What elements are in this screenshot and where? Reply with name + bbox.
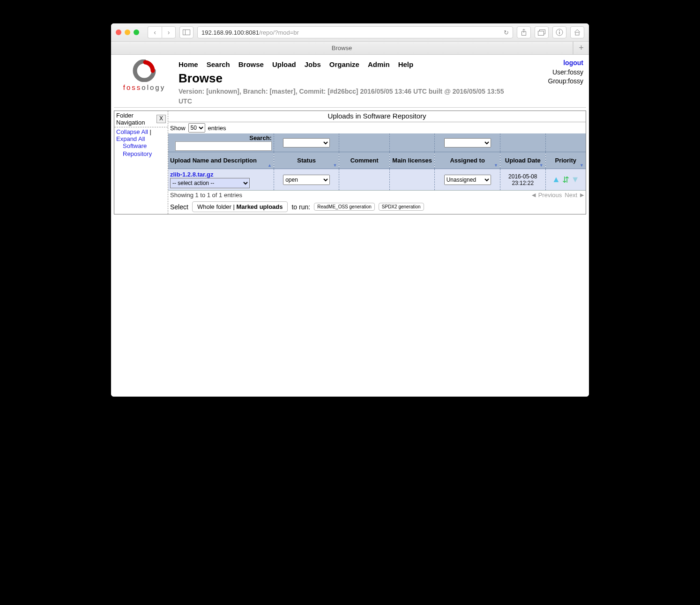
nav-search[interactable]: Search xyxy=(207,60,230,68)
tree-root-item[interactable]: Software Repository xyxy=(116,142,166,158)
priority-mid-icon[interactable]: ⇵ xyxy=(562,175,569,185)
nav-buttons: ‹ › xyxy=(148,26,176,38)
tab-title: Browse xyxy=(332,44,352,52)
url-path: /repo/?mod=br xyxy=(259,29,299,36)
svg-rect-9 xyxy=(575,32,579,35)
logo-text: fossology xyxy=(116,83,173,91)
search-input[interactable] xyxy=(175,141,272,151)
priority-controls: ▲ ⇵ ▼ xyxy=(552,175,580,185)
divider xyxy=(114,107,586,108)
user-box: logout User:fossy Group:fossy xyxy=(545,57,586,88)
table-row: zlib-1.2.8.tar.gz -- select action -- op… xyxy=(168,169,586,191)
new-tab-button[interactable]: + xyxy=(573,42,589,54)
nav-upload[interactable]: Upload xyxy=(272,60,296,68)
next-arrow-icon[interactable]: ▶ xyxy=(580,192,584,198)
priority-down-icon[interactable]: ▼ xyxy=(571,175,580,185)
datatable-info: Showing 1 to 1 of 1 entries xyxy=(170,192,242,199)
entries-label: entries xyxy=(208,125,226,132)
minimize-window-button[interactable] xyxy=(125,30,130,35)
tabs-icon xyxy=(538,30,545,36)
select-label: Select xyxy=(170,203,188,211)
sidebar-toggle-button[interactable] xyxy=(179,26,194,38)
nav-help[interactable]: Help xyxy=(398,60,414,68)
nav-organize[interactable]: Organize xyxy=(329,60,359,68)
search-label: Search: xyxy=(249,134,272,141)
prev-arrow-icon[interactable]: ◀ xyxy=(532,192,536,198)
svg-rect-0 xyxy=(183,30,190,35)
page-length-select[interactable]: 50 xyxy=(188,123,205,133)
col-priority[interactable]: Priority▼ xyxy=(545,152,586,169)
page-title: Browse xyxy=(179,71,545,86)
expand-all-link[interactable]: Expand All xyxy=(116,135,145,142)
run-bar: Select Whole folder | Marked uploads to … xyxy=(168,199,586,214)
close-window-button[interactable] xyxy=(116,30,121,35)
datatable-footer: Showing 1 to 1 of 1 entries ◀ Previous N… xyxy=(168,191,586,199)
header-row: Upload Name and Description▲ Status▼ Com… xyxy=(168,152,586,169)
next-link[interactable]: Next xyxy=(565,192,577,199)
nav-home[interactable]: Home xyxy=(179,60,198,68)
row-action-select[interactable]: -- select action -- xyxy=(170,178,250,188)
svg-point-7 xyxy=(559,30,560,31)
row-assigned-select[interactable]: Unassigned xyxy=(444,175,491,185)
select-scope-button[interactable]: Whole folder | Marked uploads xyxy=(192,201,288,212)
forward-button[interactable]: › xyxy=(162,26,176,38)
page-header: fossology Home Search Browse Upload Jobs… xyxy=(114,57,586,106)
logo: fossology xyxy=(114,57,175,94)
assigned-filter-select[interactable] xyxy=(444,138,491,148)
address-bar[interactable]: 192.168.99.100:8081/repo/?mod=br ↻ xyxy=(197,26,513,38)
collapse-all-link[interactable]: Collapse All xyxy=(116,128,148,135)
logo-mark xyxy=(132,59,156,82)
version-string: Version: [unknown], Branch: [master], Co… xyxy=(179,87,506,106)
show-label: Show xyxy=(170,125,186,132)
row-comment xyxy=(339,169,389,191)
info-button[interactable] xyxy=(552,26,566,38)
browser-tab[interactable]: Browse xyxy=(111,42,573,54)
status-filter-select[interactable] xyxy=(283,138,330,148)
url-host: 192.168.99.100:8081 xyxy=(201,29,259,36)
group-label: Group:fossy xyxy=(548,77,583,86)
svg-rect-5 xyxy=(538,31,544,35)
tabs-button[interactable] xyxy=(535,26,549,38)
nav-admin[interactable]: Admin xyxy=(368,60,390,68)
share-button[interactable] xyxy=(517,26,531,38)
col-status[interactable]: Status▼ xyxy=(274,152,339,169)
logout-link[interactable]: logout xyxy=(548,59,583,68)
back-button[interactable]: ‹ xyxy=(148,26,162,38)
sidebar-icon xyxy=(183,30,190,35)
share-icon xyxy=(521,29,527,36)
pager: ◀ Previous Next ▶ xyxy=(532,192,584,199)
col-comment[interactable]: Comment xyxy=(339,152,389,169)
tab-bar: Browse + xyxy=(111,42,589,55)
col-main-licenses[interactable]: Main licenses xyxy=(389,152,435,169)
upload-name-link[interactable]: zlib-1.2.8.tar.gz xyxy=(170,171,272,178)
sidebar-close-button[interactable]: X xyxy=(156,115,166,123)
datatable-length: Show 50 entries xyxy=(168,122,586,133)
folder-sidebar: Folder Navigation X Collapse All | Expan… xyxy=(114,111,168,214)
user-label: User:fossy xyxy=(548,68,583,77)
zoom-window-button[interactable] xyxy=(134,30,139,35)
reload-icon[interactable]: ↻ xyxy=(504,29,509,36)
row-status-select[interactable]: open xyxy=(283,175,330,185)
filter-row: Search: xyxy=(168,133,586,152)
prev-link[interactable]: Previous xyxy=(538,192,562,199)
nav-browse[interactable]: Browse xyxy=(238,60,264,68)
run-spdx2-button[interactable]: SPDX2 generation xyxy=(379,203,424,211)
sidebar-title: Folder Navigation xyxy=(116,112,149,126)
home-button[interactable] xyxy=(570,26,584,38)
col-upload-date[interactable]: Upload Date▼ xyxy=(500,152,545,169)
nav-jobs[interactable]: Jobs xyxy=(305,60,321,68)
sidebar-header: Folder Navigation X xyxy=(114,111,168,127)
browser-toolbar: ‹ › 192.168.99.100:8081/repo/?mod=br ↻ xyxy=(111,23,589,42)
home-icon xyxy=(573,29,581,36)
main-title: Uploads in Software Repository xyxy=(168,111,586,122)
col-upload-name[interactable]: Upload Name and Description▲ xyxy=(168,152,274,169)
uploads-table: Search: Upload Name and Description▲ xyxy=(168,133,586,191)
run-readme-button[interactable]: ReadME_OSS generation xyxy=(314,203,375,211)
col-assigned-to[interactable]: Assigned to▼ xyxy=(435,152,500,169)
page-body: fossology Home Search Browse Upload Jobs… xyxy=(111,55,589,397)
info-icon xyxy=(556,29,563,36)
row-licenses xyxy=(389,169,435,191)
row-date: 2016-05-08 23:12:22 xyxy=(500,169,545,191)
priority-up-icon[interactable]: ▲ xyxy=(552,175,560,185)
main-nav: Home Search Browse Upload Jobs Organize … xyxy=(179,59,545,70)
